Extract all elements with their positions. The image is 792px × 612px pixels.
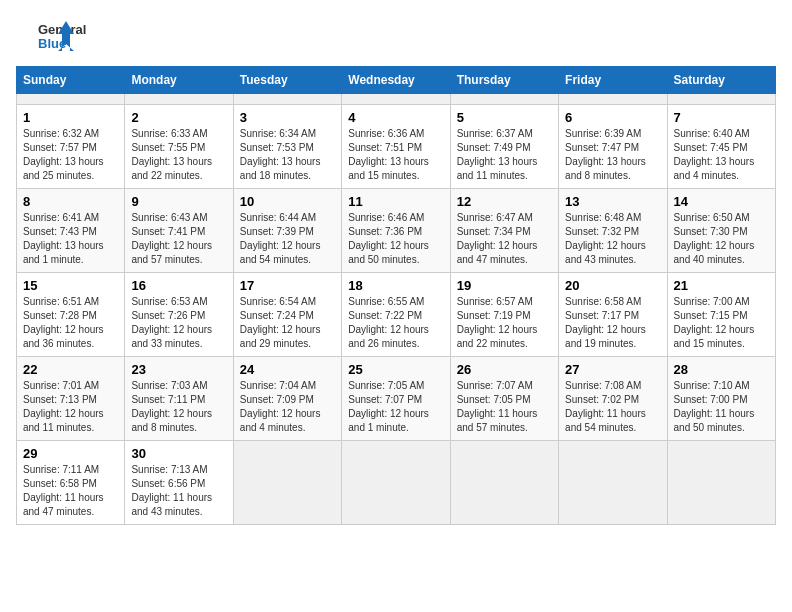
calendar-cell: 25 Sunrise: 7:05 AMSunset: 7:07 PMDaylig… xyxy=(342,357,450,441)
calendar-cell xyxy=(17,94,125,105)
day-info: Sunrise: 6:53 AMSunset: 7:26 PMDaylight:… xyxy=(131,296,212,349)
calendar-cell: 5 Sunrise: 6:37 AMSunset: 7:49 PMDayligh… xyxy=(450,105,558,189)
day-number: 13 xyxy=(565,194,660,209)
col-header-sunday: Sunday xyxy=(17,67,125,94)
day-info: Sunrise: 6:48 AMSunset: 7:32 PMDaylight:… xyxy=(565,212,646,265)
day-info: Sunrise: 6:46 AMSunset: 7:36 PMDaylight:… xyxy=(348,212,429,265)
day-number: 8 xyxy=(23,194,118,209)
day-number: 24 xyxy=(240,362,335,377)
col-header-monday: Monday xyxy=(125,67,233,94)
day-number: 12 xyxy=(457,194,552,209)
day-info: Sunrise: 7:08 AMSunset: 7:02 PMDaylight:… xyxy=(565,380,646,433)
logo: General Blue xyxy=(16,16,96,56)
calendar-cell: 16 Sunrise: 6:53 AMSunset: 7:26 PMDaylig… xyxy=(125,273,233,357)
day-info: Sunrise: 6:51 AMSunset: 7:28 PMDaylight:… xyxy=(23,296,104,349)
day-number: 10 xyxy=(240,194,335,209)
calendar-cell: 14 Sunrise: 6:50 AMSunset: 7:30 PMDaylig… xyxy=(667,189,775,273)
header-row: SundayMondayTuesdayWednesdayThursdayFrid… xyxy=(17,67,776,94)
day-info: Sunrise: 6:39 AMSunset: 7:47 PMDaylight:… xyxy=(565,128,646,181)
day-info: Sunrise: 6:50 AMSunset: 7:30 PMDaylight:… xyxy=(674,212,755,265)
calendar-cell xyxy=(667,441,775,525)
calendar-cell xyxy=(559,441,667,525)
calendar-cell xyxy=(450,441,558,525)
day-info: Sunrise: 7:01 AMSunset: 7:13 PMDaylight:… xyxy=(23,380,104,433)
day-info: Sunrise: 6:34 AMSunset: 7:53 PMDaylight:… xyxy=(240,128,321,181)
day-number: 2 xyxy=(131,110,226,125)
day-info: Sunrise: 6:58 AMSunset: 7:17 PMDaylight:… xyxy=(565,296,646,349)
day-number: 22 xyxy=(23,362,118,377)
day-number: 20 xyxy=(565,278,660,293)
col-header-wednesday: Wednesday xyxy=(342,67,450,94)
day-number: 17 xyxy=(240,278,335,293)
day-number: 18 xyxy=(348,278,443,293)
calendar-cell: 30 Sunrise: 7:13 AMSunset: 6:56 PMDaylig… xyxy=(125,441,233,525)
calendar-table: SundayMondayTuesdayWednesdayThursdayFrid… xyxy=(16,66,776,525)
day-info: Sunrise: 6:54 AMSunset: 7:24 PMDaylight:… xyxy=(240,296,321,349)
day-info: Sunrise: 6:32 AMSunset: 7:57 PMDaylight:… xyxy=(23,128,104,181)
calendar-cell: 28 Sunrise: 7:10 AMSunset: 7:00 PMDaylig… xyxy=(667,357,775,441)
day-info: Sunrise: 7:10 AMSunset: 7:00 PMDaylight:… xyxy=(674,380,755,433)
calendar-week-0 xyxy=(17,94,776,105)
calendar-cell: 13 Sunrise: 6:48 AMSunset: 7:32 PMDaylig… xyxy=(559,189,667,273)
day-info: Sunrise: 6:55 AMSunset: 7:22 PMDaylight:… xyxy=(348,296,429,349)
day-number: 14 xyxy=(674,194,769,209)
day-info: Sunrise: 7:03 AMSunset: 7:11 PMDaylight:… xyxy=(131,380,212,433)
calendar-cell xyxy=(667,94,775,105)
day-info: Sunrise: 7:11 AMSunset: 6:58 PMDaylight:… xyxy=(23,464,104,517)
calendar-cell: 12 Sunrise: 6:47 AMSunset: 7:34 PMDaylig… xyxy=(450,189,558,273)
calendar-cell: 15 Sunrise: 6:51 AMSunset: 7:28 PMDaylig… xyxy=(17,273,125,357)
day-number: 7 xyxy=(674,110,769,125)
day-number: 16 xyxy=(131,278,226,293)
calendar-cell: 3 Sunrise: 6:34 AMSunset: 7:53 PMDayligh… xyxy=(233,105,341,189)
day-number: 6 xyxy=(565,110,660,125)
day-info: Sunrise: 6:47 AMSunset: 7:34 PMDaylight:… xyxy=(457,212,538,265)
day-number: 9 xyxy=(131,194,226,209)
calendar-cell: 9 Sunrise: 6:43 AMSunset: 7:41 PMDayligh… xyxy=(125,189,233,273)
calendar-cell: 23 Sunrise: 7:03 AMSunset: 7:11 PMDaylig… xyxy=(125,357,233,441)
calendar-cell: 10 Sunrise: 6:44 AMSunset: 7:39 PMDaylig… xyxy=(233,189,341,273)
calendar-week-2: 8 Sunrise: 6:41 AMSunset: 7:43 PMDayligh… xyxy=(17,189,776,273)
day-info: Sunrise: 6:43 AMSunset: 7:41 PMDaylight:… xyxy=(131,212,212,265)
day-number: 5 xyxy=(457,110,552,125)
day-number: 1 xyxy=(23,110,118,125)
calendar-cell: 18 Sunrise: 6:55 AMSunset: 7:22 PMDaylig… xyxy=(342,273,450,357)
calendar-cell: 4 Sunrise: 6:36 AMSunset: 7:51 PMDayligh… xyxy=(342,105,450,189)
calendar-cell: 6 Sunrise: 6:39 AMSunset: 7:47 PMDayligh… xyxy=(559,105,667,189)
calendar-cell: 21 Sunrise: 7:00 AMSunset: 7:15 PMDaylig… xyxy=(667,273,775,357)
calendar-cell xyxy=(125,94,233,105)
day-number: 30 xyxy=(131,446,226,461)
day-info: Sunrise: 7:13 AMSunset: 6:56 PMDaylight:… xyxy=(131,464,212,517)
calendar-cell: 24 Sunrise: 7:04 AMSunset: 7:09 PMDaylig… xyxy=(233,357,341,441)
calendar-cell: 2 Sunrise: 6:33 AMSunset: 7:55 PMDayligh… xyxy=(125,105,233,189)
calendar-week-4: 22 Sunrise: 7:01 AMSunset: 7:13 PMDaylig… xyxy=(17,357,776,441)
day-number: 29 xyxy=(23,446,118,461)
day-info: Sunrise: 6:57 AMSunset: 7:19 PMDaylight:… xyxy=(457,296,538,349)
day-info: Sunrise: 7:00 AMSunset: 7:15 PMDaylight:… xyxy=(674,296,755,349)
page-header: General Blue xyxy=(16,16,776,56)
day-info: Sunrise: 6:40 AMSunset: 7:45 PMDaylight:… xyxy=(674,128,755,181)
calendar-cell: 22 Sunrise: 7:01 AMSunset: 7:13 PMDaylig… xyxy=(17,357,125,441)
day-number: 3 xyxy=(240,110,335,125)
col-header-saturday: Saturday xyxy=(667,67,775,94)
calendar-week-5: 29 Sunrise: 7:11 AMSunset: 6:58 PMDaylig… xyxy=(17,441,776,525)
day-info: Sunrise: 6:36 AMSunset: 7:51 PMDaylight:… xyxy=(348,128,429,181)
col-header-thursday: Thursday xyxy=(450,67,558,94)
day-number: 27 xyxy=(565,362,660,377)
calendar-cell: 27 Sunrise: 7:08 AMSunset: 7:02 PMDaylig… xyxy=(559,357,667,441)
day-info: Sunrise: 7:05 AMSunset: 7:07 PMDaylight:… xyxy=(348,380,429,433)
calendar-cell xyxy=(559,94,667,105)
logo-icon: General Blue xyxy=(16,16,96,56)
col-header-friday: Friday xyxy=(559,67,667,94)
calendar-cell: 26 Sunrise: 7:07 AMSunset: 7:05 PMDaylig… xyxy=(450,357,558,441)
calendar-cell: 11 Sunrise: 6:46 AMSunset: 7:36 PMDaylig… xyxy=(342,189,450,273)
day-number: 21 xyxy=(674,278,769,293)
calendar-cell xyxy=(342,441,450,525)
day-info: Sunrise: 7:04 AMSunset: 7:09 PMDaylight:… xyxy=(240,380,321,433)
day-number: 25 xyxy=(348,362,443,377)
calendar-cell: 17 Sunrise: 6:54 AMSunset: 7:24 PMDaylig… xyxy=(233,273,341,357)
day-info: Sunrise: 6:44 AMSunset: 7:39 PMDaylight:… xyxy=(240,212,321,265)
day-number: 4 xyxy=(348,110,443,125)
day-number: 11 xyxy=(348,194,443,209)
calendar-cell xyxy=(233,94,341,105)
day-info: Sunrise: 7:07 AMSunset: 7:05 PMDaylight:… xyxy=(457,380,538,433)
